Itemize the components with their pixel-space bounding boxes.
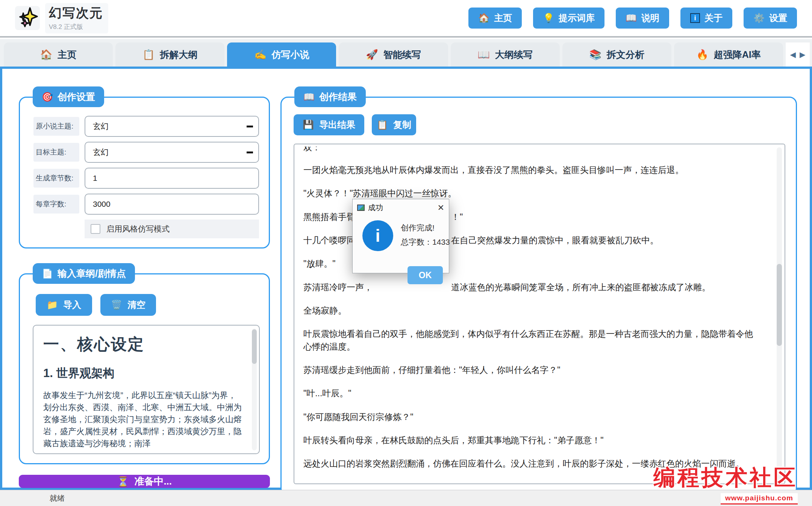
watermark-title: 编程技术社区: [653, 463, 798, 492]
chapter-count-input[interactable]: [85, 168, 259, 189]
tab-text-analysis[interactable]: 📚 拆文分析: [562, 42, 671, 67]
app-logo: [15, 6, 40, 30]
outline-scrollbar-thumb[interactable]: [252, 329, 257, 364]
tab-outline-extract[interactable]: 📋 拆解大纲: [115, 42, 224, 67]
app-window: 幻写次元 V8.2 正式版 🏠 主页 💡 提示词库 📖 说明 i 关于 ⚙️: [0, 0, 812, 506]
dialog-titlebar: 成功 ✕: [353, 199, 449, 215]
dialog-body: i 创作完成! 总字数：1433 OK: [353, 215, 449, 271]
home-icon: 🏠: [40, 50, 52, 59]
creation-result-panel: 📖 创作结果 💾 导出结果 📋 复制 双：: [280, 97, 797, 496]
ok-button[interactable]: OK: [408, 266, 443, 284]
status-text: 就绪: [50, 493, 65, 503]
outline-buttons: 📁 导入 🗑️ 清空: [36, 294, 260, 316]
tab-smart-continue[interactable]: 🚀 智能续写: [339, 42, 448, 67]
success-dialog: 成功 ✕ i 创作完成! 总字数：1433 OK: [352, 199, 449, 273]
app-title-block: 幻写次元 V8.2 正式版: [45, 3, 108, 33]
dialog-message: 创作完成! 总字数：1433: [401, 223, 450, 251]
outline-textarea[interactable]: 一、核心设定 1. 世界观架构 故事发生于“九州玄境”，此界以五座“镇天山脉”为…: [33, 325, 260, 454]
result-clipped-line: 双：: [303, 147, 758, 154]
outline-scrollbar[interactable]: [252, 329, 257, 450]
result-paragraph: 全场寂静。: [303, 305, 758, 317]
open-book-icon: 📖: [303, 92, 315, 102]
outline-paragraph: 故事发生于“九州玄境”，此界以五座“镇天山脉”为界，划分出东炎、西漠、南泽、北寒…: [43, 389, 244, 449]
manual-button[interactable]: 📖 说明: [616, 8, 669, 29]
dropdown-dash-icon[interactable]: [247, 126, 253, 127]
bulb-icon: 💡: [543, 14, 554, 23]
tab-bar: 🏠 主页 📋 拆解大纲 ✍️ 仿写小说 🚀 智能续写 📖 大纲续写 📚 拆文分析…: [0, 39, 812, 67]
result-scrollbar[interactable]: [777, 147, 782, 480]
creation-settings-badge: 🎯 创作设置: [33, 86, 104, 107]
clipboard-icon: 📋: [377, 120, 388, 129]
result-scrollbar-thumb[interactable]: [777, 264, 782, 346]
dropdown-dash-icon[interactable]: [247, 151, 253, 153]
import-button[interactable]: 📁 导入: [36, 294, 92, 316]
tab-outline-continue[interactable]: 📖 大纲续写: [451, 42, 560, 67]
preparing-button[interactable]: ⏳ 准备中...: [19, 475, 270, 488]
target-theme-label: 目标主题:: [33, 143, 79, 162]
tab-scroll-left-icon[interactable]: ◀: [790, 50, 796, 59]
outline-input-panel: 📄 输入章纲/剧情点 📁 导入 🗑️ 清空 一、核心设定 1. 世界观架构: [19, 273, 270, 464]
settings-button[interactable]: ⚙️ 设置: [744, 8, 797, 29]
outline-heading: 一、核心设定: [43, 334, 244, 355]
hourglass-icon: ⏳: [117, 477, 129, 486]
field-row-words-per-chapter: 每章字数:: [33, 194, 259, 215]
tab-scroll-controls: ◀ ▶: [786, 42, 810, 67]
trash-icon: 🗑️: [111, 300, 122, 309]
watermark-url: www.paijishu.com: [721, 493, 798, 504]
target-icon: 🎯: [42, 92, 53, 102]
result-paragraph: 叶辰震惊地看着自己的双手，他能感觉到，体内似乎有什么东西正在苏醒。那是一种古老而…: [303, 328, 758, 353]
main-content: 🎯 创作设置 原小说主题: 目标主题:: [0, 67, 812, 490]
result-paragraph: 苏清瑶缓步走到他面前，仔细打量着他："年轻人，你叫什么名字？": [303, 364, 758, 376]
info-icon: i: [690, 13, 700, 23]
clipboard-icon: 📋: [142, 50, 155, 59]
result-paragraph: "火灵体？！"苏清瑶眼中闪过一丝惊讶。: [303, 187, 758, 200]
words-per-chapter-input[interactable]: [85, 194, 259, 215]
close-icon[interactable]: ✕: [438, 204, 444, 212]
result-text-area[interactable]: 双： 一团火焰毫无预兆地从叶辰体内爆发而出，直接吞没了黑熊的拳头。盗匪头目惨叫一…: [294, 144, 785, 484]
export-result-button[interactable]: 💾 导出结果: [294, 114, 364, 135]
outline-subheading: 1. 世界观架构: [43, 365, 244, 381]
result-paragraph: 苏清瑶冷哼一声，道冰蓝色的光幕瞬间笼罩全场，所有冲上来的盗匪都被冻成了冰雕。: [303, 281, 758, 294]
home-button[interactable]: 🏠 主页: [468, 8, 522, 29]
words-per-chapter-label: 每章字数:: [33, 195, 79, 214]
sparkles-logo-icon: [17, 7, 38, 29]
header: 幻写次元 V8.2 正式版 🏠 主页 💡 提示词库 📖 说明 i 关于 ⚙️: [0, 0, 812, 38]
floppy-disk-icon: 💾: [303, 120, 314, 129]
watermark: 编程技术社区 www.paijishu.com: [653, 463, 798, 504]
open-book-icon: 📖: [477, 50, 489, 59]
home-icon: 🏠: [478, 14, 489, 23]
fire-icon: 🔥: [696, 50, 708, 59]
folder-icon: 📁: [47, 300, 58, 309]
gear-icon: ⚙️: [753, 14, 765, 23]
prompt-library-button[interactable]: 💡 提示词库: [533, 8, 604, 29]
document-icon: 📄: [42, 269, 53, 278]
about-button[interactable]: i 关于: [680, 8, 732, 29]
creation-result-badge: 📖 创作结果: [294, 86, 366, 107]
original-theme-input[interactable]: [85, 116, 259, 137]
result-paragraph: "你可愿随我回天衍宗修炼？": [303, 411, 758, 423]
result-buttons: 💾 导出结果 📋 复制: [294, 114, 785, 135]
field-row-target-theme: 目标主题:: [33, 142, 259, 163]
result-paragraph: 一团火焰毫无预兆地从叶辰体内爆发而出，直接吞没了黑熊的拳头。盗匪头目惨叫一声，连…: [303, 164, 758, 176]
field-row-chapter-count: 生成章节数:: [33, 168, 259, 189]
writing-hand-icon: ✍️: [254, 50, 266, 59]
dialog-title: 成功: [368, 203, 383, 213]
outline-input-badge: 📄 输入章纲/剧情点: [33, 263, 135, 284]
tab-scroll-right-icon[interactable]: ▶: [800, 50, 805, 59]
clear-button[interactable]: 🗑️ 清空: [100, 294, 156, 316]
copy-button[interactable]: 📋 复制: [372, 114, 416, 135]
result-paragraph: "叶...叶辰。": [303, 387, 758, 400]
panel-title: 创作设置: [58, 91, 95, 103]
result-paragraph: 叶辰转头看向母亲，在林氏鼓励的点头后，郑重其事地跪下行礼："弟子愿意！": [303, 434, 758, 447]
original-theme-label: 原小说主题:: [33, 117, 79, 136]
chapter-count-label: 生成章节数:: [33, 169, 79, 188]
target-theme-input[interactable]: [85, 142, 259, 163]
panel-title: 输入章纲/剧情点: [58, 267, 126, 280]
book-icon: 📖: [626, 14, 637, 23]
app-version: V8.2 正式版: [49, 23, 103, 31]
tab-home[interactable]: 🏠 主页: [4, 42, 113, 67]
tab-imitate-novel[interactable]: ✍️ 仿写小说: [227, 42, 336, 67]
window-icon: [357, 205, 365, 211]
tab-reduce-ai-rate[interactable]: 🔥 超强降AI率: [674, 42, 783, 67]
style-imitate-checkbox[interactable]: [91, 224, 100, 234]
